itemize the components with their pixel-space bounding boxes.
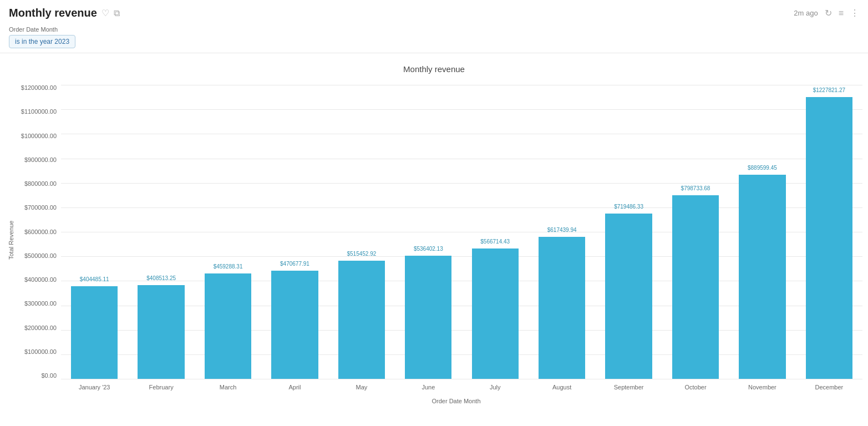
y-tick: $600000.00 <box>24 229 57 235</box>
bar-group: $404485.11 <box>61 85 128 379</box>
bar-value-label: $798733.68 <box>681 185 710 191</box>
bar-group: $889599.45 <box>729 85 795 379</box>
bar[interactable]: $408513.25 <box>138 285 184 379</box>
x-tick: February <box>128 379 194 395</box>
bar[interactable]: $404485.11 <box>71 286 118 379</box>
bar-group: $719486.33 <box>595 85 662 379</box>
y-tick: $700000.00 <box>24 205 57 211</box>
bar-value-label: $536402.13 <box>414 246 443 252</box>
bar-group: $566714.43 <box>462 85 529 379</box>
bar-value-label: $459288.31 <box>214 263 243 270</box>
refresh-icon[interactable]: ↻ <box>825 8 832 18</box>
x-tick: January '23 <box>61 379 128 395</box>
filter-tag[interactable]: is in the year 2023 <box>9 35 75 48</box>
bar[interactable]: $617439.94 <box>539 237 585 379</box>
y-axis-label: Total Revenue <box>6 85 17 395</box>
chart-title: Monthly revenue <box>6 64 862 74</box>
bar[interactable]: $798733.68 <box>672 195 719 379</box>
bar[interactable]: $515452.92 <box>338 261 385 379</box>
y-tick: $800000.00 <box>24 181 57 187</box>
x-tick: August <box>529 379 595 395</box>
x-tick: October <box>662 379 729 395</box>
bar-group: $798733.68 <box>662 85 729 379</box>
page-title: Monthly revenue <box>9 7 97 19</box>
bar[interactable]: $459288.31 <box>205 273 251 379</box>
header-left: Monthly revenue ♡ ⧉ <box>9 7 120 19</box>
bar-value-label: $566714.43 <box>480 239 510 245</box>
bar-group: $470677.91 <box>261 85 328 379</box>
chart-inner: $1200000.00$1100000.00$1000000.00$900000… <box>17 85 862 395</box>
header-right: 2m ago ↻ ≡ ⋮ <box>794 8 859 18</box>
bar-value-label: $719486.33 <box>614 204 643 210</box>
y-tick: $1100000.00 <box>21 109 57 115</box>
bar-group: $459288.31 <box>195 85 261 379</box>
bars-area: $404485.11$408513.25$459288.31$470677.91… <box>61 85 862 379</box>
bar-value-label: $404485.11 <box>80 276 109 282</box>
x-tick: May <box>328 379 395 395</box>
favorite-icon[interactable]: ♡ <box>101 8 109 18</box>
x-tick: December <box>796 379 862 395</box>
bar-value-label: $1227821.27 <box>813 87 845 93</box>
y-tick: $1000000.00 <box>21 133 57 139</box>
x-tick: September <box>595 379 662 395</box>
bar[interactable]: $536402.13 <box>405 256 451 379</box>
bar[interactable]: $566714.43 <box>472 248 519 379</box>
y-tick: $300000.00 <box>24 301 57 307</box>
filter-section: Order Date Month is in the year 2023 <box>0 24 868 53</box>
y-tick: $0.00 <box>41 373 57 379</box>
copy-icon[interactable]: ⧉ <box>114 8 120 18</box>
bar-value-label: $408513.25 <box>146 275 176 281</box>
timestamp: 2m ago <box>794 9 818 17</box>
y-tick: $900000.00 <box>24 157 57 163</box>
x-tick: March <box>195 379 261 395</box>
filter-icon[interactable]: ≡ <box>839 8 844 18</box>
filter-dimension-label: Order Date Month <box>9 26 859 33</box>
bar-value-label: $617439.94 <box>547 227 577 233</box>
bar[interactable]: $470677.91 <box>271 271 318 379</box>
y-tick: $1200000.00 <box>21 85 57 91</box>
y-tick: $100000.00 <box>24 349 57 355</box>
x-tick: April <box>261 379 328 395</box>
bar-group: $408513.25 <box>128 85 194 379</box>
chart-area: Total Revenue $1200000.00$1100000.00$100… <box>6 85 862 395</box>
bar-group: $617439.94 <box>529 85 595 379</box>
chart-container: Monthly revenue Total Revenue $1200000.0… <box>0 53 868 410</box>
x-axis-label: Order Date Month <box>6 398 862 404</box>
x-axis: January '23FebruaryMarchAprilMayJuneJuly… <box>61 379 862 395</box>
bar-value-label: $889599.45 <box>748 165 777 171</box>
bar-value-label: $515452.92 <box>347 251 376 257</box>
y-axis: $1200000.00$1100000.00$1000000.00$900000… <box>17 85 61 379</box>
bar-group: $1227821.27 <box>796 85 862 379</box>
bar-value-label: $470677.91 <box>280 261 309 267</box>
more-icon[interactable]: ⋮ <box>850 8 859 18</box>
y-tick: $500000.00 <box>24 253 57 259</box>
bar[interactable]: $889599.45 <box>739 175 785 379</box>
bar-group: $536402.13 <box>395 85 461 379</box>
bar[interactable]: $719486.33 <box>605 214 652 379</box>
header: Monthly revenue ♡ ⧉ 2m ago ↻ ≡ ⋮ <box>0 0 868 24</box>
y-tick: $400000.00 <box>24 277 57 283</box>
x-tick: July <box>462 379 529 395</box>
bar[interactable]: $1227821.27 <box>806 97 852 379</box>
x-tick: June <box>395 379 461 395</box>
y-tick: $200000.00 <box>24 325 57 331</box>
bar-group: $515452.92 <box>328 85 395 379</box>
x-tick: November <box>729 379 795 395</box>
page: Monthly revenue ♡ ⧉ 2m ago ↻ ≡ ⋮ Order D… <box>0 0 868 426</box>
